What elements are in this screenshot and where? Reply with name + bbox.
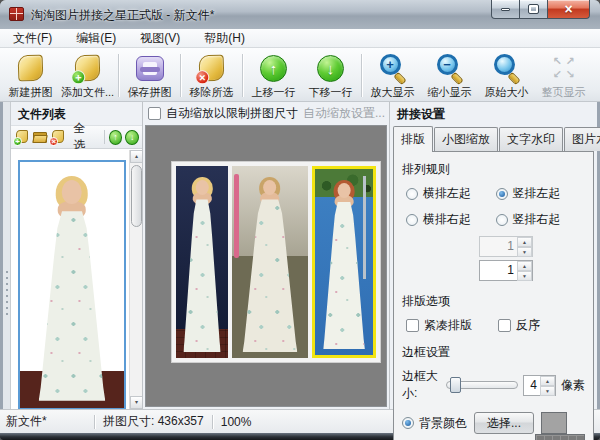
app-window: 淘淘图片拼接之星正式版 - 新文件* × 文件(F) 编辑(E) 视图(V) 帮…: [0, 0, 600, 440]
tab-image-watermark[interactable]: 图片水印: [564, 127, 600, 151]
collage: [172, 162, 380, 362]
maximize-icon: [529, 5, 538, 13]
auto-scale-checkbox[interactable]: [148, 107, 161, 120]
status-file-name: 新文件*: [6, 413, 86, 430]
zoom-in-button[interactable]: + 放大显示: [364, 50, 421, 101]
move-row-down-icon: ↓: [317, 52, 344, 84]
cols-count-spinner[interactable]: 1 ▲▼: [479, 260, 533, 281]
spin-up-icon[interactable]: ▲: [517, 261, 532, 271]
window-controls: ×: [491, 0, 590, 19]
menu-help[interactable]: 帮助(H): [195, 29, 254, 48]
menu-file[interactable]: 文件(F): [4, 29, 61, 48]
bg-color-swatch[interactable]: [541, 412, 567, 434]
collage-photo-1[interactable]: [176, 166, 228, 358]
add-files-button[interactable]: + 添加文件...: [59, 50, 116, 101]
toolbar-separator: [242, 54, 243, 97]
tab-image-scaling[interactable]: 小图缩放: [434, 127, 498, 151]
slider-thumb[interactable]: [450, 377, 461, 393]
layout-options-label: 排版选项: [402, 293, 585, 310]
status-collage-size: 拼图尺寸: 436x357: [103, 413, 204, 430]
original-size-button[interactable]: 原始大小: [478, 50, 535, 101]
original-size-icon: [492, 52, 522, 84]
settings-header: 拼接设置: [390, 102, 597, 125]
radio-horizontal-left[interactable]: 横排左起: [406, 185, 496, 202]
collage-preview: [145, 125, 387, 407]
arrange-rules-label: 排列规则: [402, 161, 585, 178]
file-list: ▴ ▾: [11, 149, 142, 409]
zoom-out-icon: −: [435, 52, 465, 84]
border-size-row: 边框大小: 4 ▲▼ 像素: [402, 368, 585, 402]
panel-collapse-handle[interactable]: [3, 102, 11, 409]
zoom-out-button[interactable]: − 缩小显示: [421, 50, 478, 101]
layout-tab-page: 排列规则 横排左起 竖排左起 横排右起: [393, 151, 594, 440]
maximize-button[interactable]: [520, 0, 547, 19]
close-icon: ×: [564, 2, 572, 16]
border-size-slider[interactable]: [446, 381, 518, 389]
bg-texture-swatch[interactable]: [535, 434, 585, 440]
save-collage-button[interactable]: 保存拼图: [121, 50, 178, 101]
move-row-up-button[interactable]: ↑ 上移一行: [245, 50, 302, 101]
bg-color-radio[interactable]: 背景颜色: [402, 415, 467, 432]
remove-selected-icon: ×: [199, 52, 224, 84]
file-list-panel: 文件列表 + × 全选 ↑ ↓: [11, 102, 143, 409]
toolbar-separator: [118, 54, 119, 97]
tab-layout[interactable]: 排版: [393, 126, 433, 152]
scrollbar-thumb[interactable]: [131, 165, 142, 227]
menu-edit[interactable]: 编辑(E): [67, 29, 125, 48]
move-item-down-button[interactable]: ↓: [125, 130, 139, 145]
scroll-down-icon[interactable]: ▾: [130, 396, 142, 409]
auto-scale-row: 自动缩放以限制拼图尺寸 自动缩放设置...: [143, 102, 389, 125]
minimize-button[interactable]: [491, 0, 520, 19]
new-collage-button[interactable]: 新建拼图: [2, 50, 59, 101]
layout-options-group: 紧凑排版 反序: [406, 317, 585, 334]
radio-vertical-right[interactable]: 竖排右起: [496, 211, 586, 228]
remove-file-button[interactable]: ×: [50, 129, 65, 145]
radio-checked-icon: [402, 417, 414, 429]
main-area: 文件列表 + × 全选 ↑ ↓: [0, 102, 600, 409]
compact-layout-checkbox[interactable]: 紧凑排版: [406, 317, 472, 334]
remove-selected-button[interactable]: × 移除所选: [183, 50, 240, 101]
checkbox-icon: [498, 319, 511, 332]
radio-icon: [496, 214, 508, 226]
tab-text-watermark[interactable]: 文字水印: [499, 127, 563, 151]
cross-icon: ×: [49, 137, 58, 146]
border-size-unit: 像素: [561, 377, 585, 394]
menu-bar: 文件(F) 编辑(E) 视图(V) 帮助(H): [0, 29, 600, 48]
bg-color-choose-button[interactable]: 选择...: [474, 412, 534, 434]
scroll-up-icon[interactable]: ▴: [130, 150, 142, 163]
auto-scale-label: 自动缩放以限制拼图尺寸: [166, 105, 298, 122]
radio-vertical-left[interactable]: 竖排左起: [496, 185, 586, 202]
toolbar-separator: [104, 130, 105, 144]
save-collage-icon: [136, 52, 164, 84]
radio-horizontal-right[interactable]: 横排右起: [406, 211, 496, 228]
toolbar-separator: [361, 54, 362, 97]
plus-icon: +: [13, 137, 22, 146]
arrange-rules-group: 横排左起 竖排左起 横排右起 竖排右起: [406, 185, 585, 228]
preview-panel: 自动缩放以限制拼图尺寸 自动缩放设置...: [143, 102, 389, 409]
settings-tabs: 排版 小图缩放 文字水印 图片水印: [390, 125, 597, 151]
spin-down-icon[interactable]: ▼: [540, 386, 555, 396]
spin-down-icon[interactable]: ▼: [517, 271, 532, 281]
radio-icon: [406, 188, 418, 200]
add-file-button[interactable]: +: [14, 129, 29, 145]
collage-photo-3-selected[interactable]: [312, 166, 376, 358]
file-list-scrollbar[interactable]: ▴ ▾: [129, 150, 142, 409]
file-thumbnail-selected[interactable]: [18, 160, 126, 409]
fit-page-icon: ↖↗↙↘: [551, 52, 577, 84]
minimize-icon: [501, 8, 510, 11]
reverse-order-checkbox[interactable]: 反序: [498, 317, 540, 334]
menu-view[interactable]: 视图(V): [131, 29, 189, 48]
move-item-up-button[interactable]: ↑: [109, 130, 123, 145]
spin-up-icon[interactable]: ▲: [540, 376, 555, 386]
move-row-down-button[interactable]: ↓ 下移一行: [302, 50, 359, 101]
title-bar: 淘淘图片拼接之星正式版 - 新文件* ×: [0, 0, 600, 29]
border-settings-label: 边框设置: [402, 344, 585, 361]
border-size-spinner[interactable]: 4 ▲▼: [523, 375, 556, 396]
collage-photo-2[interactable]: [232, 166, 308, 358]
close-button[interactable]: ×: [547, 0, 590, 19]
open-folder-button[interactable]: [32, 129, 47, 145]
bg-color-row: 背景颜色 选择...: [402, 412, 585, 434]
app-icon: [9, 7, 24, 21]
checkbox-icon: [406, 319, 419, 332]
toolbar: 新建拼图 + 添加文件... 保存拼图 × 移除所选 ↑ 上移一行 ↓ 下移一行…: [0, 48, 600, 102]
